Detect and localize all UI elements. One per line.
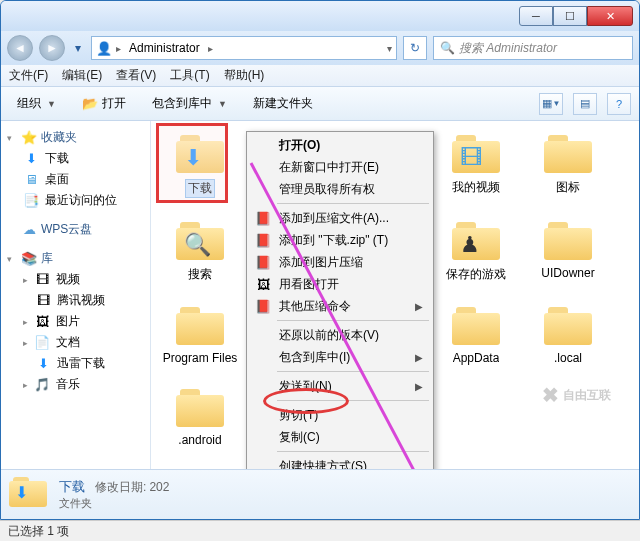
folder-item[interactable]: Program Files	[159, 301, 241, 365]
tree-documents[interactable]: ▸📄文档	[1, 332, 150, 353]
user-folder-icon: 👤	[96, 40, 112, 56]
file-pane[interactable]: ⬇下载我的图片🎞我的视频图标🔍搜索👤联系人♟保存的游戏UIDownerProgr…	[151, 121, 639, 469]
menu-item-label: 在新窗口中打开(E)	[279, 159, 379, 176]
menu-edit[interactable]: 编辑(E)	[62, 67, 102, 84]
context-menu-item[interactable]: 📕添加到图片压缩	[249, 251, 431, 273]
statusbar: 已选择 1 项	[0, 520, 640, 541]
menu-help[interactable]: 帮助(H)	[224, 67, 265, 84]
context-menu-item[interactable]: 📕添加到 "下载.zip" (T)	[249, 229, 431, 251]
tree-pictures[interactable]: ▸🖼图片	[1, 311, 150, 332]
tree-recent[interactable]: 📑最近访问的位	[1, 190, 150, 211]
nav-back[interactable]: ◄	[7, 35, 33, 61]
tree-downloads[interactable]: ⬇下载	[1, 148, 150, 169]
tree-music[interactable]: ▸🎵音乐	[1, 374, 150, 395]
submenu-arrow-icon: ▶	[415, 381, 423, 392]
toolbar-open[interactable]: 📂打开	[74, 92, 134, 115]
cloud-icon: ☁	[21, 222, 37, 238]
tree-videos[interactable]: ▸🎞视频	[1, 269, 150, 290]
context-menu-item[interactable]: 在新窗口中打开(E)	[249, 156, 431, 178]
pictures-icon: 🖼	[34, 314, 50, 330]
details-date-value: 202	[149, 480, 169, 494]
status-text: 已选择 1 项	[8, 523, 69, 540]
menu-item-label: 其他压缩命令	[279, 298, 351, 315]
folder-item[interactable]: ♟保存的游戏	[435, 216, 517, 283]
folder-item[interactable]: AppData	[435, 301, 517, 365]
folder-icon	[448, 301, 504, 349]
tree-wps[interactable]: ☁WPS云盘	[1, 219, 150, 240]
menu-item-icon: 🖼	[255, 276, 271, 292]
context-menu-item[interactable]: 剪切(T)	[249, 404, 431, 426]
menu-tools[interactable]: 工具(T)	[170, 67, 209, 84]
folder-icon: 🔍	[172, 216, 228, 264]
breadcrumb-segment[interactable]: Administrator	[125, 39, 204, 57]
folder-item[interactable]: 图标	[527, 129, 609, 198]
tree-desktop[interactable]: 🖥桌面	[1, 169, 150, 190]
recent-icon: 📑	[23, 193, 39, 209]
folder-icon: 🎞	[448, 129, 504, 177]
details-date-label: 修改日期:	[95, 480, 146, 494]
menu-item-label: 打开(O)	[279, 137, 320, 154]
context-menu-item[interactable]: 创建快捷方式(S)	[249, 455, 431, 469]
context-menu-item[interactable]: 📕其他压缩命令▶	[249, 295, 431, 317]
view-mode-button[interactable]: ▦▼	[539, 93, 563, 115]
window-close[interactable]: ✕	[587, 6, 633, 26]
breadcrumb[interactable]: 👤 ▸ Administrator ▸ ▾	[91, 36, 397, 60]
preview-pane-button[interactable]: ▤	[573, 93, 597, 115]
tree-libraries[interactable]: ▾📚库	[1, 248, 150, 269]
toolbar-include-in-library[interactable]: 包含到库中▼	[144, 92, 235, 115]
chevron-right-icon[interactable]: ▸	[116, 43, 121, 54]
search-input[interactable]: 🔍 搜索 Administrator	[433, 36, 633, 60]
tree-tencent-video[interactable]: 🎞腾讯视频	[1, 290, 150, 311]
folder-label: Program Files	[163, 351, 238, 365]
nav-history-dropdown[interactable]: ▾	[71, 35, 85, 61]
context-menu-item[interactable]: 发送到(N)▶	[249, 375, 431, 397]
folder-icon	[172, 383, 228, 431]
context-menu-item[interactable]: 包含到库中(I)▶	[249, 346, 431, 368]
library-icon: 📚	[21, 251, 37, 267]
help-button[interactable]: ?	[607, 93, 631, 115]
context-menu-item[interactable]: 还原以前的版本(V)	[249, 324, 431, 346]
toolbar-new-folder[interactable]: 新建文件夹	[245, 92, 321, 115]
folder-icon	[172, 301, 228, 349]
folder-item[interactable]: 🔍搜索	[159, 216, 241, 283]
menu-item-label: 复制(C)	[279, 429, 320, 446]
window-maximize[interactable]: ☐	[553, 6, 587, 26]
context-menu-item[interactable]: 打开(O)	[249, 134, 431, 156]
context-menu-item[interactable]: 管理员取得所有权	[249, 178, 431, 200]
menu-item-icon: 📕	[255, 254, 271, 270]
details-type: 文件夹	[59, 496, 169, 511]
context-menu-item[interactable]: 📕添加到压缩文件(A)...	[249, 207, 431, 229]
menu-item-label: 包含到库中(I)	[279, 349, 350, 366]
navbar: ◄ ► ▾ 👤 ▸ Administrator ▸ ▾ ↻ 🔍 搜索 Admin…	[1, 31, 639, 65]
toolbar: 组织▼ 📂打开 包含到库中▼ 新建文件夹 ▦▼ ▤ ?	[1, 87, 639, 121]
submenu-arrow-icon: ▶	[415, 352, 423, 363]
refresh-button[interactable]: ↻	[403, 36, 427, 60]
folder-item[interactable]: .local	[527, 301, 609, 365]
folder-item[interactable]: UIDowner	[527, 216, 609, 283]
chevron-down-icon: ▾	[7, 254, 17, 264]
toolbar-organize[interactable]: 组织▼	[9, 92, 64, 115]
folder-item[interactable]: ⬇下载	[159, 129, 241, 198]
breadcrumb-dropdown[interactable]: ▾	[387, 43, 392, 54]
menu-item-label: 用看图打开	[279, 276, 339, 293]
titlebar: ─ ☐ ✕	[1, 1, 639, 31]
context-menu-item[interactable]: 🖼用看图打开	[249, 273, 431, 295]
folder-item[interactable]: 🎞我的视频	[435, 129, 517, 198]
folder-icon: ⬇	[172, 129, 228, 177]
window-minimize[interactable]: ─	[519, 6, 553, 26]
folder-label: 图标	[556, 179, 580, 196]
menu-file[interactable]: 文件(F)	[9, 67, 48, 84]
context-menu-item[interactable]: 复制(C)	[249, 426, 431, 448]
menu-view[interactable]: 查看(V)	[116, 67, 156, 84]
menu-item-icon: 📕	[255, 210, 271, 226]
tree-xunlei[interactable]: ⬇迅雷下载	[1, 353, 150, 374]
music-icon: 🎵	[34, 377, 50, 393]
menu-item-label: 剪切(T)	[279, 407, 318, 424]
tree-favorites[interactable]: ▾⭐收藏夹	[1, 127, 150, 148]
details-pane: ⬇ 下载 修改日期: 202 文件夹	[1, 469, 639, 519]
folder-icon	[540, 301, 596, 349]
menu-item-label: 添加到图片压缩	[279, 254, 363, 271]
folder-item[interactable]: .android	[159, 383, 241, 447]
nav-forward[interactable]: ►	[39, 35, 65, 61]
chevron-right-icon[interactable]: ▸	[208, 43, 213, 54]
